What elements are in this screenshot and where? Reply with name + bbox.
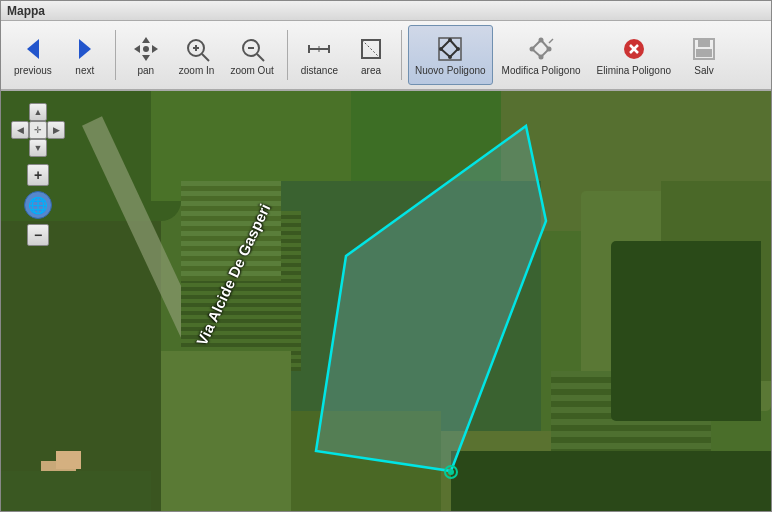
dark-field xyxy=(611,241,761,421)
previous-label: previous xyxy=(14,65,52,76)
zoom-out-icon xyxy=(238,35,266,63)
svg-point-24 xyxy=(448,55,452,59)
svg-line-31 xyxy=(549,39,553,43)
svg-line-19 xyxy=(362,40,380,58)
svg-point-29 xyxy=(539,54,544,59)
zoom-in-icon xyxy=(183,35,211,63)
svg-rect-37 xyxy=(696,49,712,57)
zoom-out-button[interactable]: zoom Out xyxy=(223,25,280,85)
svg-point-27 xyxy=(539,37,544,42)
modifica-poligono-button[interactable]: Modifica Poligono xyxy=(495,25,588,85)
nav-up-button[interactable]: ▲ xyxy=(29,103,47,121)
svg-marker-0 xyxy=(27,39,39,59)
zoom-out-label: zoom Out xyxy=(230,65,273,76)
svg-marker-21 xyxy=(441,40,458,57)
window-title: Mappa xyxy=(7,4,45,18)
svg-marker-3 xyxy=(142,55,150,61)
previous-button[interactable]: previous xyxy=(7,25,59,85)
svg-marker-4 xyxy=(134,45,140,53)
salva-button[interactable]: Salv xyxy=(680,25,728,85)
pan-label: pan xyxy=(137,65,154,76)
svg-line-10 xyxy=(202,54,209,61)
distance-label: distance xyxy=(301,65,338,76)
separator-3 xyxy=(401,30,402,80)
map-area[interactable]: Via Alcide De Gasperi ▲ ▼ ◀ ▶ ✛ + 🌐 − xyxy=(1,91,771,511)
next-label: next xyxy=(75,65,94,76)
salva-label: Salv xyxy=(694,65,713,76)
field-lower-left xyxy=(161,351,291,511)
area-button[interactable]: area xyxy=(347,25,395,85)
globe-button[interactable]: 🌐 xyxy=(24,191,52,219)
map-controls: ▲ ▼ ◀ ▶ ✛ + 🌐 − xyxy=(11,103,65,247)
polygon-delete-icon xyxy=(620,35,648,63)
nav-down-button[interactable]: ▼ xyxy=(29,139,47,157)
move-icon xyxy=(132,35,160,63)
nuovo-poligono-button[interactable]: Nuovo Poligono xyxy=(408,25,493,85)
svg-marker-5 xyxy=(152,45,158,53)
nav-cross: ▲ ▼ ◀ ▶ ✛ xyxy=(11,103,65,157)
tree-line xyxy=(451,451,771,511)
svg-point-22 xyxy=(448,38,452,42)
separator-2 xyxy=(287,30,288,80)
area-label: area xyxy=(361,65,381,76)
distance-icon xyxy=(305,35,333,63)
svg-point-6 xyxy=(143,46,149,52)
toolbar: previous next pan xyxy=(1,21,771,91)
svg-line-13 xyxy=(257,54,264,61)
arrow-left-icon xyxy=(19,35,47,63)
nav-right-button[interactable]: ▶ xyxy=(47,121,65,139)
next-button[interactable]: next xyxy=(61,25,109,85)
zoom-in-button[interactable]: zoom In xyxy=(172,25,222,85)
app-window: Mappa previous next xyxy=(0,0,772,512)
svg-point-23 xyxy=(456,47,460,51)
elimina-poligono-button[interactable]: Elimina Poligono xyxy=(590,25,679,85)
building-2 xyxy=(56,451,81,469)
polygon-new-icon xyxy=(436,35,464,63)
zoom-in-label: zoom In xyxy=(179,65,215,76)
polygon-edit-icon xyxy=(527,35,555,63)
tree-line-left xyxy=(1,471,151,511)
svg-rect-36 xyxy=(698,39,710,47)
title-bar: Mappa xyxy=(1,1,771,21)
svg-marker-1 xyxy=(79,39,91,59)
zoom-out-map-button[interactable]: − xyxy=(27,224,49,246)
nav-left-button[interactable]: ◀ xyxy=(11,121,29,139)
crop-rows-2 xyxy=(181,181,281,281)
nuovo-poligono-label: Nuovo Poligono xyxy=(415,65,486,76)
field-left xyxy=(1,221,161,511)
area-icon xyxy=(357,35,385,63)
save-icon xyxy=(690,35,718,63)
svg-marker-2 xyxy=(142,37,150,43)
svg-marker-26 xyxy=(532,40,549,57)
modifica-poligono-label: Modifica Poligono xyxy=(502,65,581,76)
distance-button[interactable]: distance xyxy=(294,25,345,85)
svg-point-25 xyxy=(439,47,443,51)
pan-button[interactable]: pan xyxy=(122,25,170,85)
arrow-right-icon xyxy=(71,35,99,63)
elimina-poligono-label: Elimina Poligono xyxy=(597,65,672,76)
zoom-in-map-button[interactable]: + xyxy=(27,164,49,186)
svg-point-28 xyxy=(547,46,552,51)
nav-center-button[interactable]: ✛ xyxy=(29,121,47,139)
separator-1 xyxy=(115,30,116,80)
svg-point-30 xyxy=(530,46,535,51)
